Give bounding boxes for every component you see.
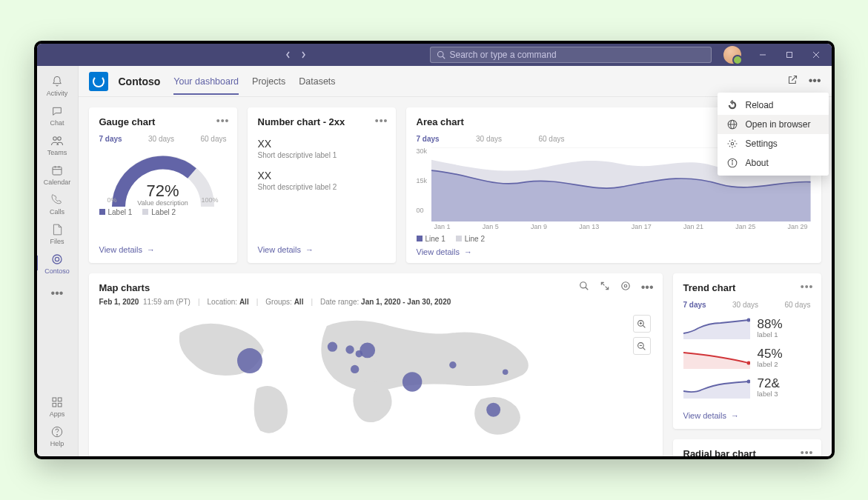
gauge-title: Gauge chart — [99, 116, 227, 127]
map-title: Map charts — [99, 282, 652, 293]
svg-line-39 — [643, 347, 645, 350]
tab-projects[interactable]: Projects — [252, 67, 285, 95]
svg-point-46 — [351, 365, 359, 373]
svg-point-23 — [731, 142, 734, 145]
rail-files[interactable]: Files — [37, 219, 79, 248]
window-close-button[interactable] — [804, 44, 829, 66]
number-more-button[interactable]: ••• — [375, 115, 388, 127]
svg-point-42 — [327, 342, 337, 352]
svg-rect-17 — [58, 403, 62, 407]
tab-datasets[interactable]: Datasets — [299, 67, 335, 95]
map-chart-card: Map charts ••• Feb 1, 2020 11:59 am (PT)… — [89, 273, 663, 456]
rail-activity[interactable]: Activity — [37, 70, 79, 100]
trend-row-3: 72&label 3 — [683, 376, 811, 399]
map-expand-icon[interactable] — [600, 281, 610, 294]
rail-contoso[interactable]: Contoso — [37, 248, 79, 278]
rail-chat[interactable]: Chat — [37, 100, 79, 130]
svg-point-43 — [345, 345, 354, 353]
window-minimize-button[interactable] — [750, 44, 775, 66]
globe-icon — [726, 119, 738, 130]
window-maximize-button[interactable] — [777, 44, 802, 66]
svg-rect-14 — [53, 398, 56, 401]
area-range-60[interactable]: 60 days — [538, 135, 564, 143]
nav-forward-button[interactable] — [296, 48, 310, 61]
trend-view-details[interactable]: View details→ — [683, 411, 811, 420]
app-rail: Activity Chat Teams Calendar Calls — [37, 66, 79, 456]
nav-back-button[interactable] — [282, 48, 295, 61]
menu-open-in-browser[interactable]: Open in browser — [718, 115, 829, 134]
contoso-icon — [51, 253, 63, 266]
menu-about[interactable]: About — [718, 153, 829, 173]
gauge-range-7[interactable]: 7 days — [99, 135, 122, 143]
trend-range-7[interactable]: 7 days — [683, 301, 706, 309]
svg-point-13 — [55, 257, 59, 261]
svg-point-30 — [580, 282, 586, 288]
svg-point-33 — [621, 282, 629, 290]
number-view-details[interactable]: View details→ — [258, 245, 385, 254]
map-search-icon[interactable] — [579, 281, 589, 294]
radial-more-button[interactable]: ••• — [801, 447, 814, 456]
app-header: Contoso Your dashboard Projects Datasets… — [79, 66, 832, 97]
gauge-range-30[interactable]: 30 days — [148, 135, 174, 143]
header-overflow-menu: Reload Open in browser Settings Abo — [718, 93, 829, 176]
search-input[interactable]: Search or type a command — [430, 47, 712, 63]
gauge-chart-card: Gauge chart ••• 7 days 30 days 60 days — [89, 107, 237, 263]
file-icon — [52, 223, 62, 236]
map-zoom-out[interactable] — [633, 337, 651, 355]
radial-title: Radial bar chart — [683, 448, 811, 456]
info-icon — [726, 158, 738, 168]
svg-point-19 — [56, 434, 57, 435]
search-icon — [437, 50, 445, 59]
header-more-button[interactable]: ••• — [809, 74, 821, 88]
map-more-button[interactable]: ••• — [641, 281, 654, 294]
map-zoom-in[interactable] — [633, 315, 651, 333]
svg-point-12 — [53, 255, 62, 264]
area-range-7[interactable]: 7 days — [417, 135, 440, 143]
gauge-range-60[interactable]: 60 days — [200, 135, 226, 143]
settings-icon — [726, 139, 738, 149]
rail-calendar[interactable]: Calendar — [37, 159, 79, 189]
rail-calls[interactable]: Calls — [37, 189, 79, 219]
trend-more-button[interactable]: ••• — [801, 281, 814, 293]
apps-icon — [51, 396, 63, 409]
trend-chart-card: Trend chart ••• 7 days 30 days 60 days 8… — [673, 273, 821, 429]
chat-icon — [51, 104, 63, 118]
svg-point-41 — [237, 348, 262, 373]
tab-your-dashboard[interactable]: Your dashboard — [173, 67, 239, 95]
reload-icon — [726, 100, 738, 110]
window-titlebar: Search or type a command — [37, 44, 832, 66]
popout-icon[interactable] — [787, 74, 798, 88]
calendar-icon — [51, 164, 63, 177]
number-chart-card: Number chart - 2xx ••• XX Short descript… — [248, 107, 396, 263]
svg-point-7 — [58, 137, 62, 141]
user-avatar[interactable] — [723, 46, 741, 64]
svg-rect-16 — [53, 403, 56, 407]
rail-help[interactable]: Help — [37, 421, 79, 450]
rail-teams[interactable]: Teams — [37, 130, 79, 159]
menu-reload[interactable]: Reload — [718, 96, 829, 115]
help-icon — [51, 425, 63, 439]
svg-rect-3 — [786, 53, 792, 58]
svg-point-32 — [624, 284, 627, 287]
gauge-more-button[interactable]: ••• — [216, 115, 230, 127]
world-map[interactable] — [99, 312, 652, 438]
trend-range-30[interactable]: 30 days — [732, 301, 758, 309]
gauge-view-details[interactable]: View details→ — [99, 245, 227, 254]
menu-settings[interactable]: Settings — [718, 134, 829, 153]
svg-rect-15 — [58, 398, 62, 401]
svg-point-47 — [402, 372, 421, 391]
area-view-details[interactable]: View details→ — [417, 247, 811, 256]
svg-point-0 — [437, 52, 443, 58]
trend-range-60[interactable]: 60 days — [784, 301, 810, 309]
app-name: Contoso — [119, 76, 161, 87]
rail-apps[interactable]: Apps — [37, 391, 79, 421]
map-settings-icon[interactable] — [620, 281, 631, 294]
area-range-30[interactable]: 30 days — [476, 135, 502, 143]
svg-line-1 — [443, 56, 445, 59]
rail-more-button[interactable]: ••• — [45, 281, 70, 306]
svg-line-31 — [585, 287, 588, 290]
svg-point-49 — [502, 369, 508, 375]
trend-row-1: 88%label 1 — [683, 317, 811, 339]
app-logo — [89, 72, 108, 91]
teams-icon — [50, 134, 64, 147]
